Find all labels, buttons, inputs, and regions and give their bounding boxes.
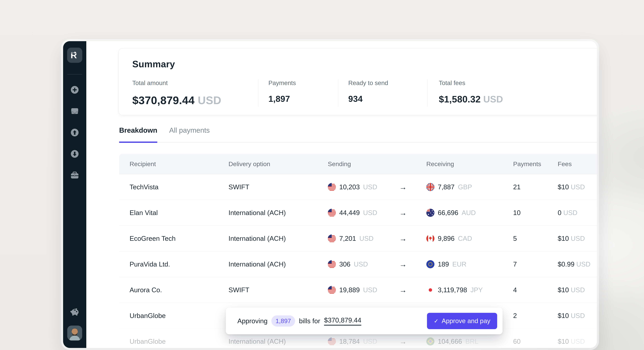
column-header-fees: Fees (558, 160, 597, 168)
receiving-amount: 9,896 (438, 235, 454, 242)
recipient-cell: UrbanGlobe (119, 312, 228, 320)
recipient-cell: EcoGreen Tech (119, 235, 228, 242)
sidebar-item-arrow-down-circle[interactable] (70, 150, 79, 159)
fee-amount: $10 (558, 286, 569, 294)
delivery-option-cell: International (ACH) (228, 338, 328, 345)
table-row[interactable]: PuraVida Ltd. International (ACH) 306 US… (119, 251, 597, 277)
sidebar-item-briefcase[interactable] (70, 171, 79, 180)
payments-cell: 2 (513, 312, 558, 320)
receiving-amount: 104,666 (438, 338, 462, 345)
receiving-flag-icon (426, 260, 434, 268)
table-header-row: RecipientDelivery optionSendingReceiving… (119, 154, 597, 174)
receiving-flag-icon (426, 286, 434, 294)
app-logo[interactable]: R (67, 48, 82, 63)
sidebar-item-piggy-bank[interactable] (70, 308, 79, 317)
plus-circle-icon (70, 85, 79, 95)
delivery-option-cell: International (ACH) (228, 260, 328, 268)
receiving-flag-icon (426, 234, 434, 243)
table-row[interactable]: TechVista SWIFT 10,203 USD → 7,887 GBP 2… (119, 174, 597, 200)
arrow-right-icon: → (399, 234, 407, 243)
sending-currency: USD (363, 209, 377, 217)
sidebar-item-inbox[interactable] (70, 107, 79, 116)
receiving-amount: 3,119,798 (438, 286, 467, 294)
recipient-cell: Elan Vital (119, 209, 228, 217)
sidebar: R (63, 41, 86, 348)
fee-amount: $10 (558, 235, 569, 242)
recipient-cell: TechVista (119, 183, 228, 191)
fee-amount: $0.99 (558, 261, 574, 268)
summary-stat-total-amount: Total amount $370,879.44 USD (119, 79, 258, 107)
table-row[interactable]: Aurora Co. SWIFT 19,889 USD → 3,119,798 … (119, 277, 597, 303)
fees-cell: $10 USD (558, 183, 597, 191)
column-header-sending: Sending (328, 160, 399, 168)
delivery-option-cell: International (ACH) (228, 209, 328, 217)
approval-amount-link[interactable]: $370,879.44 (324, 316, 361, 326)
stat-value: $1,580.32 USD (439, 94, 597, 104)
approving-label: Approving (238, 317, 268, 325)
approval-bar: Approving 1,897 bills for $370,879.44 ✓ … (226, 308, 502, 334)
app-window: R Summary Total amount $370,879.44 USDPa… (63, 41, 597, 348)
table-row[interactable]: EcoGreen Tech International (ACH) 7,201 … (119, 225, 597, 251)
stat-value: $370,879.44 USD (132, 94, 258, 107)
fee-currency: USD (571, 286, 585, 294)
stat-label: Total amount (132, 79, 258, 86)
sending-cell: 44,449 USD (328, 209, 399, 217)
bill-count-badge: 1,897 (272, 315, 295, 327)
stat-label: Ready to send (348, 79, 427, 86)
tab-breakdown[interactable]: Breakdown (119, 126, 157, 143)
sending-amount: 7,201 (339, 235, 356, 242)
arrow-down-circle-icon (70, 149, 79, 159)
avatar[interactable] (67, 326, 82, 341)
receiving-flag-icon (426, 183, 434, 191)
arrow-cell: → (399, 337, 426, 346)
delivery-option-cell: SWIFT (228, 183, 328, 191)
receiving-cell: 66,696 AUD (426, 209, 513, 217)
rho-logo-icon: R (69, 50, 80, 61)
arrow-cell: → (399, 208, 426, 217)
sending-cell: 7,201 USD (328, 234, 399, 243)
summary-stat-payments: Payments 1,897 (258, 79, 338, 107)
arrow-cell: → (399, 260, 426, 269)
sending-cell: 19,889 USD (328, 286, 399, 294)
sending-flag-icon (328, 338, 336, 346)
fees-cell: $0.99 USD (558, 260, 597, 268)
sending-cell: 10,203 USD (328, 183, 399, 191)
sending-flag-icon (328, 183, 336, 191)
tab-all-payments[interactable]: All payments (169, 126, 210, 143)
sending-currency: USD (359, 235, 374, 242)
sending-currency: USD (363, 286, 377, 294)
receiving-currency: EUR (452, 260, 466, 268)
approve-and-pay-button[interactable]: ✓ Approve and pay (427, 313, 497, 329)
column-header-delivery-option: Delivery option (228, 160, 328, 168)
arrow-right-icon: → (399, 183, 407, 191)
delivery-option-cell: International (ACH) (228, 235, 328, 242)
fees-cell: $10 USD (558, 338, 597, 345)
receiving-amount: 189 (438, 260, 449, 268)
sending-amount: 44,449 (339, 209, 360, 217)
fee-amount: $10 (558, 338, 569, 345)
sending-flag-icon (328, 260, 336, 268)
tabs: BreakdownAll payments (119, 126, 597, 142)
fee-currency: USD (563, 209, 578, 216)
payments-cell: 10 (513, 209, 558, 217)
inbox-icon (70, 107, 79, 116)
main-content: Summary Total amount $370,879.44 USDPaym… (86, 41, 597, 348)
fee-currency: USD (571, 183, 585, 191)
sidebar-item-arrow-up-circle[interactable] (70, 128, 79, 137)
fee-amount: $10 (558, 312, 569, 319)
sidebar-item-plus-circle[interactable] (70, 86, 79, 95)
receiving-currency: AUD (462, 209, 476, 217)
approve-and-pay-label: Approve and pay (442, 317, 490, 325)
fees-cell: $10 USD (558, 235, 597, 242)
receiving-flag-icon (426, 338, 434, 346)
fee-currency: USD (571, 235, 585, 242)
receiving-cell: 7,887 GBP (426, 183, 513, 191)
sending-flag-icon (328, 209, 336, 217)
table-row[interactable]: Elan Vital International (ACH) 44,449 US… (119, 200, 597, 225)
receiving-amount: 7,887 (438, 183, 454, 191)
summary-stat-total-fees: Total fees $1,580.32 USD (427, 79, 597, 107)
sending-amount: 306 (339, 260, 350, 268)
arrow-up-circle-icon (70, 128, 79, 138)
receiving-cell: 104,666 BRL (426, 338, 513, 346)
stat-value: 1,897 (268, 94, 338, 104)
